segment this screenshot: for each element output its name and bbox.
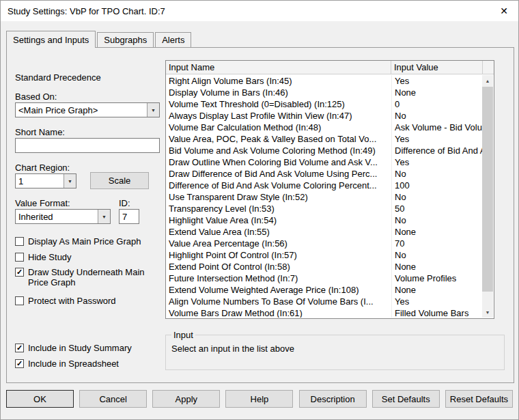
input-name-cell: Extend Point Of Control (In:58) — [166, 261, 391, 272]
input-name-cell: Draw Difference of Bid And Ask Volume Us… — [166, 168, 391, 180]
chevron-down-icon[interactable]: ▼ — [98, 210, 110, 223]
short-name-label: Short Name: — [15, 127, 65, 137]
tab-subgraphs[interactable]: Subgraphs — [97, 32, 154, 47]
apply-button[interactable]: Apply — [152, 390, 220, 408]
checkbox-checked-icon[interactable]: ✓ — [15, 344, 24, 352]
table-row[interactable]: Extend Value Area (In:55)None — [166, 226, 483, 238]
close-icon[interactable]: ✕ — [490, 1, 518, 21]
column-header-input-value[interactable]: Input Value — [391, 61, 483, 74]
scale-button[interactable]: Scale — [90, 172, 149, 189]
input-value-cell: Filled Volume Bars — [391, 307, 483, 318]
input-value-cell: None — [391, 261, 483, 272]
inputs-table: Input Name Input Value Right Align Volum… — [165, 60, 494, 319]
checkbox-label: Protect with Password — [28, 296, 116, 306]
checkbox-unchecked-icon[interactable] — [15, 296, 24, 305]
set-defaults-button[interactable]: Set Defaults — [372, 390, 440, 408]
chart-region-value: 1 — [16, 174, 64, 188]
checkbox-label: Display As Main Price Graph — [28, 236, 141, 247]
table-row[interactable]: Extend Volume Weighted Average Price (In… — [166, 284, 483, 296]
table-row[interactable]: Value Area, POC, Peak & Valley Based on … — [166, 133, 483, 145]
checkbox-hide-study[interactable]: Hide Study — [15, 252, 72, 262]
based-on-label: Based On: — [15, 92, 57, 102]
table-row[interactable]: Extend Point Of Control (In:58)None — [166, 261, 483, 272]
input-name-cell: Always Display Last Profile Within View … — [166, 110, 391, 122]
input-name-cell: Draw Outline When Coloring Bid Volume an… — [166, 156, 391, 168]
footer-button-bar: OKCancelApplyHelpDescriptionSet Defaults… — [6, 390, 513, 408]
input-name-cell: Future Intersection Method (In:7) — [166, 272, 391, 284]
titlebar[interactable]: Study Settings: VbP for TPO Chart. ID:7 … — [1, 1, 518, 21]
input-value-cell: No — [391, 214, 483, 226]
inputs-table-header: Input Name Input Value — [166, 61, 494, 74]
short-name-input[interactable] — [15, 138, 160, 153]
checkbox-label: Include in Spreadsheet — [28, 359, 119, 369]
checkbox-unchecked-icon[interactable] — [15, 237, 24, 246]
input-name-cell: Highlight Value Area (In:54) — [166, 214, 391, 226]
checkbox-checked-icon[interactable]: ✓ — [15, 359, 24, 368]
checkbox-label: Hide Study — [28, 252, 72, 262]
tab-alerts[interactable]: Alerts — [155, 32, 191, 47]
cancel-button[interactable]: Cancel — [79, 390, 147, 408]
checkbox-draw-study-underneath-main-price-graph[interactable]: ✓Draw Study Underneath Main Price Graph — [15, 267, 145, 288]
table-row[interactable]: Future Intersection Method (In:7)Volume … — [166, 272, 483, 284]
ok-button[interactable]: OK — [6, 390, 74, 408]
table-row[interactable]: Draw Difference of Bid And Ask Volume Us… — [166, 168, 483, 180]
tab-settings-and-inputs[interactable]: Settings and Inputs — [6, 31, 96, 48]
value-format-dropdown[interactable]: Inherited ▼ — [15, 209, 111, 224]
table-row[interactable]: Volume Bar Calculation Method (In:48)Ask… — [166, 122, 483, 133]
input-groupbox-message: Select an input in the list above — [166, 335, 504, 354]
table-row[interactable]: Highlight Point Of Control (In:57)No — [166, 249, 483, 261]
table-row[interactable]: Draw Outline When Coloring Bid Volume an… — [166, 156, 483, 168]
checkbox-checked-icon[interactable]: ✓ — [15, 268, 24, 277]
checkbox-include-in-spreadsheet[interactable]: ✓Include in Spreadsheet — [15, 359, 119, 369]
input-name-cell: Volume Text Threshold (0=Disabled) (In:1… — [166, 98, 391, 110]
table-row[interactable]: Volume Text Threshold (0=Disabled) (In:1… — [166, 98, 483, 110]
input-name-cell: Value Area, POC, Peak & Valley Based on … — [166, 133, 391, 145]
table-row[interactable]: Display Volume in Bars (In:46)None — [166, 87, 483, 98]
input-name-cell: Highlight Point Of Control (In:57) — [166, 249, 391, 261]
id-input[interactable] — [119, 209, 139, 224]
table-row[interactable]: Align Volume Numbers To Base Of Volume B… — [166, 296, 483, 307]
scroll-up-icon[interactable]: ▲ — [482, 75, 493, 86]
input-value-cell: Difference of Bid And A... — [391, 145, 483, 156]
help-button[interactable]: Help — [225, 390, 293, 408]
chevron-down-icon[interactable]: ▼ — [64, 174, 76, 188]
based-on-value: <Main Price Graph> — [16, 103, 147, 117]
checkbox-protect-with-password[interactable]: Protect with Password — [15, 296, 116, 306]
input-value-cell: No — [391, 249, 483, 261]
checkbox-include-in-study-summary[interactable]: ✓Include in Study Summary — [15, 343, 132, 353]
table-row[interactable]: Use Transparent Draw Style (In:52)No — [166, 191, 483, 203]
input-name-cell: Right Align Volume Bars (In:45) — [166, 75, 391, 87]
checkbox-unchecked-icon[interactable] — [15, 253, 24, 262]
input-name-cell: Align Volume Numbers To Base Of Volume B… — [166, 296, 391, 307]
table-scrollbar[interactable]: ▲ ▼ — [482, 75, 493, 318]
table-row[interactable]: Always Display Last Profile Within View … — [166, 110, 483, 122]
chart-region-dropdown[interactable]: 1 ▼ — [15, 173, 76, 188]
table-row[interactable]: Bid Volume and Ask Volume Coloring Metho… — [166, 145, 483, 156]
reset-defaults-button[interactable]: Reset Defaults — [445, 390, 513, 408]
input-name-cell: Display Volume in Bars (In:46) — [166, 87, 391, 98]
chevron-down-icon[interactable]: ▼ — [147, 103, 159, 117]
based-on-dropdown[interactable]: <Main Price Graph> ▼ — [15, 102, 160, 117]
input-groupbox-title: Input — [171, 330, 195, 340]
window-title: Study Settings: VbP for TPO Chart. ID:7 — [8, 6, 165, 16]
input-name-cell: Extend Value Area (In:55) — [166, 226, 391, 238]
input-value-cell: Ask Volume - Bid Volu... — [391, 122, 483, 133]
input-value-cell: None — [391, 284, 483, 296]
checkbox-display-as-main-price-graph[interactable]: Display As Main Price Graph — [15, 236, 141, 247]
input-value-cell: No — [391, 191, 483, 203]
input-groupbox: Input Select an input in the list above — [165, 335, 505, 370]
input-value-cell: No — [391, 168, 483, 180]
table-row[interactable]: Volume Bars Draw Method (In:61)Filled Vo… — [166, 307, 483, 318]
scroll-thumb[interactable] — [482, 87, 493, 292]
table-row[interactable]: Highlight Value Area (In:54)No — [166, 214, 483, 226]
scroll-down-icon[interactable]: ▼ — [482, 307, 493, 318]
column-header-input-name[interactable]: Input Name — [166, 61, 391, 74]
table-row[interactable]: Transparency Level (In:53)50 — [166, 203, 483, 214]
table-row[interactable]: Difference of Bid And Ask Volume Colorin… — [166, 180, 483, 191]
table-row[interactable]: Value Area Percentage (In:56)70 — [166, 238, 483, 249]
input-value-cell: Yes — [391, 156, 483, 168]
description-button[interactable]: Description — [299, 390, 367, 408]
table-row[interactable]: Right Align Volume Bars (In:45)Yes — [166, 75, 483, 87]
standard-precedence-label: Standard Precedence — [15, 72, 101, 83]
inputs-table-body: Right Align Volume Bars (In:45)YesDispla… — [166, 75, 483, 318]
